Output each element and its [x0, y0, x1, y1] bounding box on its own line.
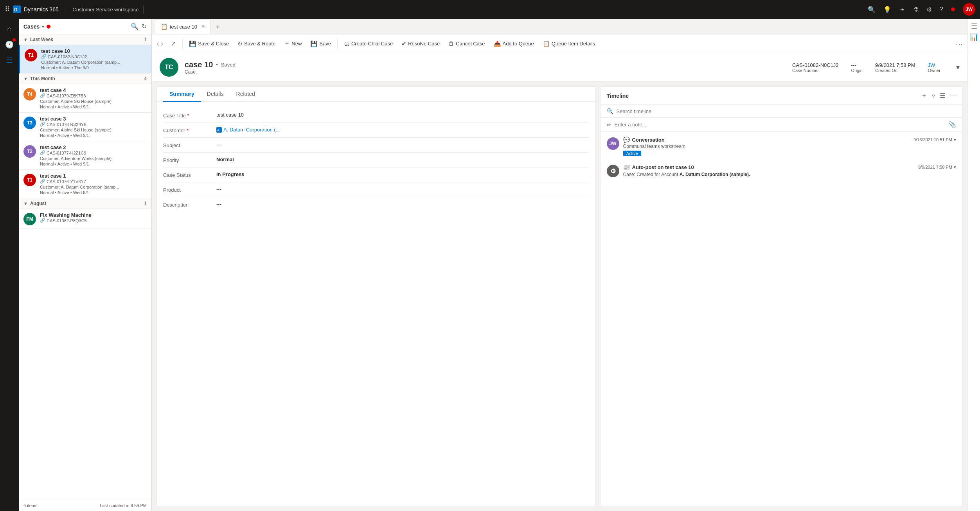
- search-cases-icon[interactable]: 🔍: [131, 23, 138, 30]
- field-value-customer[interactable]: A A. Datum Corporation (...: [216, 127, 589, 133]
- case-status-case10: Normal • Active • Thu 9/9: [41, 65, 147, 70]
- case-item-fixwashing[interactable]: FM Fix Washing Machine 🔗 CAS-01062-P8Q3C…: [19, 209, 151, 229]
- field-value-case-status[interactable]: In Progress: [216, 171, 589, 177]
- case-item-case1[interactable]: T1 test case 1 🔗 CAS-01076-Y1V3Y7 Custom…: [19, 170, 151, 198]
- timeline-item-conversation: JW 💬 Conversation 9/13/2021 10:51 PM ▾ C…: [607, 137, 956, 156]
- nav-home-button[interactable]: ⌂: [2, 22, 16, 36]
- tl-title-conversation: Conversation: [632, 137, 665, 143]
- origin-label: Origin: [851, 68, 863, 73]
- new-button[interactable]: ＋ New: [280, 37, 306, 51]
- user-avatar[interactable]: JW: [963, 3, 975, 16]
- add-to-queue-button[interactable]: 📥 Add to Queue: [490, 37, 538, 51]
- owner-label: Owner: [928, 68, 940, 73]
- right-rail-icon-1[interactable]: ☰: [971, 22, 977, 31]
- case-item-case10[interactable]: T1 test case 10 🔗 CAS-01082-N0C1J2 Custo…: [19, 45, 151, 74]
- search-icon[interactable]: 🔍: [868, 6, 876, 13]
- field-value-product[interactable]: ---: [216, 186, 589, 192]
- pencil-icon: ✏: [607, 122, 611, 128]
- queue-item-details-button[interactable]: 📋 Queue Item Details: [539, 37, 599, 51]
- timeline-more-icon[interactable]: ⋯: [950, 92, 956, 99]
- help-icon[interactable]: ?: [940, 6, 943, 13]
- timeline-search-icon: 🔍: [607, 108, 613, 114]
- create-child-case-button[interactable]: 🗂 Create Child Case: [340, 37, 397, 51]
- notification-dot: [951, 7, 955, 11]
- queue-details-icon: 📋: [543, 40, 550, 47]
- tab-case10[interactable]: 📋 test case 10 ✕: [155, 20, 211, 34]
- case-title-case2: test case 2: [40, 144, 147, 150]
- tab-close-icon[interactable]: ✕: [201, 24, 205, 29]
- case-number-case3: 🔗 CAS-01078-R3X4Y8: [40, 122, 147, 127]
- timeline-filter-icon[interactable]: ▿: [932, 92, 935, 99]
- new-icon: ＋: [284, 40, 290, 47]
- field-label-product: Product: [163, 186, 210, 193]
- top-nav: ⠿ D Dynamics 365 | Customer Service work…: [0, 0, 980, 19]
- field-value-subject[interactable]: ---: [216, 142, 589, 148]
- resolve-case-button[interactable]: ✔ Resolve Case: [397, 37, 444, 51]
- tl-date-conversation: 9/13/2021 10:51 PM ▾: [913, 137, 956, 142]
- tab-summary[interactable]: Summary: [163, 87, 201, 102]
- save-button[interactable]: 💾 Save: [306, 37, 335, 51]
- right-rail-icon-2[interactable]: 📊: [970, 33, 978, 41]
- save-and-close-button[interactable]: 💾 Save & Close: [185, 37, 233, 51]
- timeline-add-icon[interactable]: ＋: [921, 92, 927, 100]
- cancel-case-button[interactable]: 🗒 Cancel Case: [444, 37, 489, 51]
- forward-button[interactable]: ›: [161, 39, 164, 48]
- attach-icon[interactable]: 📎: [948, 121, 956, 128]
- settings-icon[interactable]: ⚙: [926, 6, 932, 13]
- lightbulb-icon[interactable]: 💡: [883, 6, 891, 13]
- case-info-case3: test case 3 🔗 CAS-01078-R3X4Y8 Customer:…: [40, 116, 147, 138]
- filter-icon[interactable]: ⚗: [913, 6, 919, 13]
- field-value-priority[interactable]: Normal: [216, 157, 589, 162]
- owner-value[interactable]: JW: [928, 62, 935, 68]
- field-case-title: Case Title * test case 10: [163, 108, 589, 123]
- origin-value: ---: [851, 62, 856, 68]
- field-value-description[interactable]: ---: [216, 201, 589, 207]
- case-item-case3[interactable]: T3 test case 3 🔗 CAS-01078-R3X4Y8 Custom…: [19, 113, 151, 141]
- group-this-month[interactable]: ▼ This month 4: [19, 74, 151, 84]
- required-star-2: *: [187, 128, 189, 133]
- nav-recent-button[interactable]: 🕐: [2, 38, 16, 52]
- popout-button[interactable]: ⤢: [167, 37, 180, 51]
- case-item-case4[interactable]: T4 test case 4 🔗 CAS-01079-Z8K7B8 Custom…: [19, 84, 151, 113]
- case-number-value: CAS-01082-N0C1J2: [792, 62, 839, 68]
- save-icon: 💾: [310, 40, 318, 47]
- back-button[interactable]: ‹: [156, 39, 159, 48]
- case-header-meta: CAS-01082-N0C1J2 Case Number --- Origin …: [792, 62, 960, 73]
- nav-cases-button[interactable]: ☰: [2, 53, 16, 67]
- queue-item-details-label: Queue Item Details: [552, 41, 595, 47]
- left-panel-header: Cases ▾ 🔍 ↻: [19, 19, 151, 34]
- case-number-fixwashing: 🔗 CAS-01062-P8Q3C5: [40, 218, 147, 223]
- field-priority: Priority Normal: [163, 153, 589, 167]
- field-value-case-title[interactable]: test case 10: [216, 112, 589, 118]
- save-and-route-button[interactable]: ↻ Save & Route: [234, 37, 279, 51]
- group-name-last-week: Last week: [30, 37, 53, 42]
- toolbar-more-button[interactable]: ⋯: [956, 40, 963, 48]
- new-label: New: [291, 41, 302, 47]
- expand-icon-2[interactable]: ▾: [954, 165, 956, 170]
- group-last-week[interactable]: ▼ Last week 1: [19, 34, 151, 45]
- expand-icon[interactable]: ▾: [954, 137, 956, 142]
- case-item-case2[interactable]: T2 test case 2 🔗 CAS-01077-H2Z1C9 Custom…: [19, 141, 151, 170]
- group-august[interactable]: ▼ August 1: [19, 198, 151, 209]
- timeline-search-input[interactable]: [617, 108, 956, 114]
- meta-owner[interactable]: JW Owner: [928, 62, 940, 73]
- tl-body-autopost: Case: Created for Account A. Datum Corpo…: [623, 172, 956, 177]
- note-text-input[interactable]: [615, 122, 945, 128]
- tab-label: test case 10: [170, 24, 197, 30]
- tab-details[interactable]: Details: [201, 87, 230, 102]
- timeline-sort-icon[interactable]: ☰: [940, 92, 945, 99]
- save-label: Save: [319, 41, 331, 47]
- refresh-icon[interactable]: ↻: [142, 23, 147, 30]
- tl-title-row-autopost: 📰 Auto-post on test case 10: [623, 164, 694, 170]
- note-input-area: ✏ 📎: [601, 118, 962, 132]
- case-status-case4: Normal • Active • Wed 9/1: [40, 104, 147, 109]
- svg-text:A: A: [217, 128, 219, 132]
- case-header-expand-icon[interactable]: ▾: [956, 63, 960, 72]
- add-tab-button[interactable]: ＋: [212, 20, 224, 33]
- tab-related[interactable]: Related: [230, 87, 261, 102]
- route-icon: ↻: [237, 40, 243, 47]
- cases-dropdown-icon[interactable]: ▾: [42, 24, 44, 29]
- add-icon[interactable]: ＋: [899, 5, 905, 14]
- hamburger-icon[interactable]: ⠿: [5, 5, 10, 14]
- cases-red-dot: [47, 25, 50, 29]
